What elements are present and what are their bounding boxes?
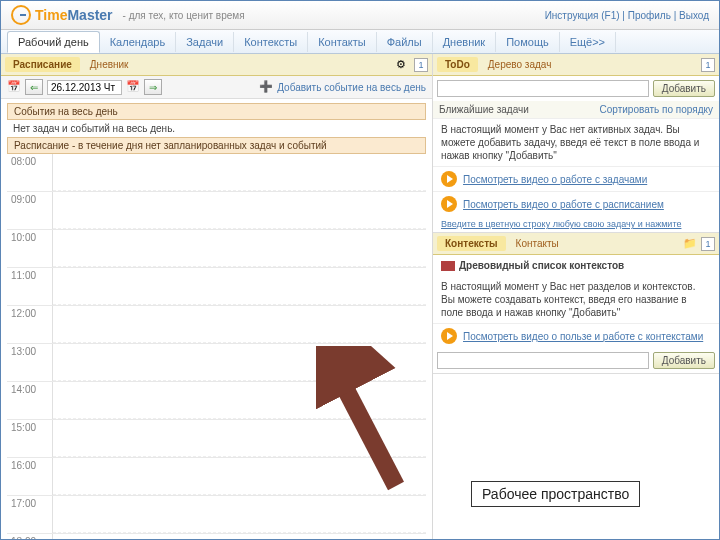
logo-text: TimeMaster [35,7,113,23]
context-video-link[interactable]: Посмотреть видео о пользе и работе с кон… [463,331,703,342]
tab-dnevnik[interactable]: Дневник [82,57,137,72]
tagline: - для тех, кто ценит время [123,10,245,21]
todo-hint[interactable]: Введите в цветную строку любую свою зада… [433,216,719,232]
annotation-label: Рабочее пространство [471,481,640,507]
hour-11[interactable]: 11:00 [7,268,426,306]
prev-day-button[interactable] [25,79,43,95]
hour-18[interactable]: 18:00 [7,534,426,540]
context-tabs: Контексты Контакты 📁 1 [433,233,719,255]
tab-konteksty2[interactable]: Контексты [437,236,506,251]
schedule-tabs: Расписание Дневник ⚙ 1 [1,54,432,76]
calendar-picker-icon[interactable]: 📅 [126,80,140,94]
todo-input[interactable] [437,80,649,97]
todo-add-button[interactable]: Добавить [653,80,715,97]
add-icon[interactable]: ➕ [259,80,273,94]
play-icon[interactable] [441,171,457,187]
near-tasks-text: В настоящий момент у Вас нет активных за… [433,119,719,166]
allday-header: События на весь день [7,103,426,120]
annotation-arrow [316,346,406,496]
hours-header: Расписание - в течение дня нет запланиро… [7,137,426,154]
near-tasks-title: Ближайшие задачи [439,104,529,115]
folder-icon[interactable]: 📁 [683,237,697,251]
tab-kontakty2[interactable]: Контакты [508,236,567,251]
schedule-badge[interactable]: 1 [414,58,428,72]
play-icon[interactable] [441,196,457,212]
context-badge[interactable]: 1 [701,237,715,251]
nav-zadachi[interactable]: Задачи [176,32,234,52]
next-day-button[interactable] [144,79,162,95]
hour-12[interactable]: 12:00 [7,306,426,344]
date-input[interactable] [47,80,122,95]
todo-badge[interactable]: 1 [701,58,715,72]
book-icon [441,261,455,271]
context-text: В настоящий момент у Вас нет разделов и … [433,276,719,323]
main-nav: Рабочий день Календарь Задачи Контексты … [1,30,719,54]
allday-empty: Нет задач и событий на весь день. [7,120,426,137]
add-allday-link[interactable]: Добавить событие на весь день [277,82,426,93]
todo-tabs: ToDo Дерево задач 1 [433,54,719,76]
schedule-video-link[interactable]: Посмотреть видео о работе с расписанием [463,199,664,210]
svg-line-0 [331,361,396,486]
nav-rabochiy-den[interactable]: Рабочий день [7,31,100,53]
context-add-button[interactable]: Добавить [653,352,715,369]
sort-link[interactable]: Сортировать по порядку [600,104,713,115]
nav-dnevnik[interactable]: Дневник [433,32,497,52]
calendar-icon[interactable]: 📅 [7,80,21,94]
todo-video-link[interactable]: Посмотреть видео о работе с задачами [463,174,647,185]
nav-kalendar[interactable]: Календарь [100,32,177,52]
header-links[interactable]: Инструкция (F1) | Профиль | Выход [545,10,709,21]
hour-09[interactable]: 09:00 [7,192,426,230]
nav-kontakty[interactable]: Контакты [308,32,377,52]
nav-konteksty[interactable]: Контексты [234,32,308,52]
play-icon[interactable] [441,328,457,344]
nav-pomosch[interactable]: Помощь [496,32,560,52]
nav-faily[interactable]: Файлы [377,32,433,52]
gear-icon[interactable]: ⚙ [396,58,410,72]
hour-10[interactable]: 10:00 [7,230,426,268]
tab-raspisanie[interactable]: Расписание [5,57,80,72]
context-input[interactable] [437,352,649,369]
logo-icon [11,5,31,25]
nav-esche[interactable]: Ещё>> [560,32,616,52]
hour-17[interactable]: 17:00 [7,496,426,534]
hour-08[interactable]: 08:00 [7,154,426,192]
context-title: Древовидный список контекстов [459,259,624,272]
tab-derevo[interactable]: Дерево задач [480,57,560,72]
schedule-toolbar: 📅 📅 ➕ Добавить событие на весь день [1,76,432,99]
tab-todo[interactable]: ToDo [437,57,478,72]
